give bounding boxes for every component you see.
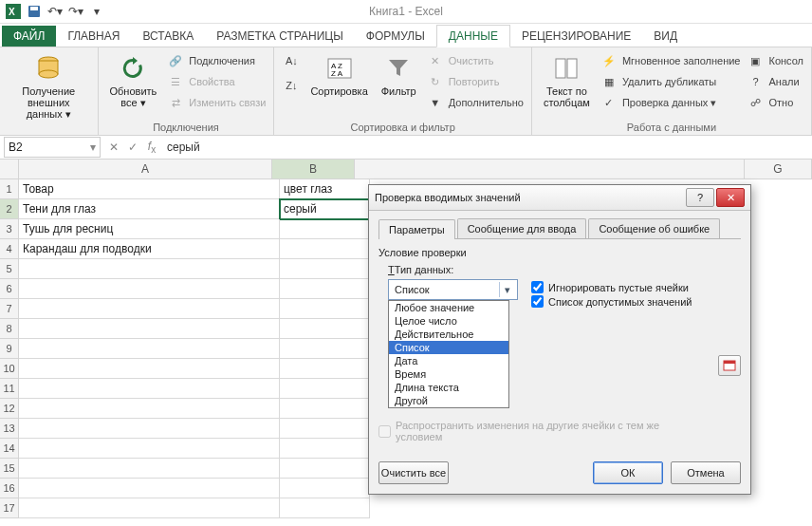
- cell[interactable]: [19, 498, 280, 518]
- cell[interactable]: [280, 219, 370, 239]
- save-icon[interactable]: [25, 2, 44, 21]
- column-header[interactable]: A: [19, 160, 272, 179]
- text-to-columns-button[interactable]: Текст по столбцам: [540, 51, 594, 110]
- cell[interactable]: [19, 319, 280, 339]
- cell[interactable]: [280, 498, 370, 518]
- advanced-filter-button[interactable]: ▼Дополнительно: [426, 93, 524, 112]
- row-header[interactable]: 1: [0, 179, 19, 199]
- cell[interactable]: [280, 279, 370, 299]
- row-header[interactable]: 12: [0, 399, 19, 419]
- sort-az-button[interactable]: A↓: [282, 51, 301, 70]
- cell[interactable]: Тени для глаз: [19, 199, 280, 219]
- filter-button[interactable]: Фильтр: [378, 51, 420, 99]
- sort-button[interactable]: A ZZ AСортировка: [306, 51, 371, 99]
- row-header[interactable]: 16: [0, 479, 19, 498]
- row-header[interactable]: 10: [0, 359, 19, 379]
- cell[interactable]: [19, 259, 280, 279]
- clear-all-button[interactable]: Очистить все: [378, 461, 449, 484]
- cell[interactable]: [19, 299, 280, 319]
- consolidate-button[interactable]: ▣Консол: [746, 51, 803, 70]
- dialog-tab-error-msg[interactable]: Сообщение об ошибке: [588, 218, 720, 238]
- cell[interactable]: [19, 399, 280, 419]
- select-all-corner[interactable]: [0, 160, 19, 179]
- relationships-button[interactable]: ☍Отно: [746, 93, 803, 112]
- cell-selected[interactable]: серый: [280, 199, 370, 219]
- cell[interactable]: [280, 479, 370, 498]
- dialog-tab-params[interactable]: Параметры: [378, 219, 455, 239]
- dialog-tab-input-msg[interactable]: Сообщение для ввода: [457, 218, 587, 238]
- cell[interactable]: [19, 379, 280, 399]
- cell[interactable]: [280, 299, 370, 319]
- chevron-down-icon[interactable]: ▾: [90, 141, 96, 154]
- cell[interactable]: [19, 479, 280, 498]
- list-item[interactable]: Время: [389, 367, 508, 381]
- cell[interactable]: Карандаш для подводки: [19, 239, 280, 259]
- ok-button[interactable]: ОК: [593, 461, 663, 484]
- row-header[interactable]: 9: [0, 339, 19, 359]
- row-header[interactable]: 3: [0, 219, 19, 239]
- cell[interactable]: Тушь для ресниц: [19, 219, 280, 239]
- list-item[interactable]: Целое число: [389, 314, 508, 328]
- column-header[interactable]: B: [272, 160, 355, 179]
- data-validation-button[interactable]: ✓Проверка данных ▾: [600, 93, 741, 112]
- column-header[interactable]: G: [745, 160, 812, 179]
- type-combo[interactable]: Список▾: [388, 279, 518, 300]
- tab-home[interactable]: ГЛАВНАЯ: [56, 26, 131, 47]
- cell[interactable]: [280, 339, 370, 359]
- tab-file[interactable]: ФАЙЛ: [2, 26, 56, 47]
- remove-duplicates-button[interactable]: ▦Удалить дубликаты: [600, 72, 741, 91]
- list-item[interactable]: Любое значение: [389, 301, 508, 314]
- tab-data[interactable]: ДАННЫЕ: [436, 25, 510, 47]
- cell[interactable]: [280, 459, 370, 479]
- row-header[interactable]: 11: [0, 379, 19, 399]
- cancel-button[interactable]: Отмена: [671, 461, 741, 484]
- tab-view[interactable]: ВИД: [642, 26, 689, 47]
- row-header[interactable]: 2: [0, 199, 19, 219]
- cell[interactable]: [19, 339, 280, 359]
- cell[interactable]: [280, 439, 370, 459]
- row-header[interactable]: 13: [0, 419, 19, 439]
- cell[interactable]: [280, 399, 370, 419]
- row-header[interactable]: 6: [0, 279, 19, 299]
- range-picker-button[interactable]: [718, 355, 741, 376]
- fx-icon[interactable]: fx: [142, 140, 161, 155]
- cell[interactable]: [280, 319, 370, 339]
- in-cell-dropdown-checkbox[interactable]: Список допустимых значений: [531, 295, 741, 308]
- type-listbox[interactable]: Любое значение Целое число Действительно…: [388, 300, 509, 408]
- cell[interactable]: [280, 379, 370, 399]
- redo-icon[interactable]: ↷▾: [66, 2, 85, 21]
- row-header[interactable]: 5: [0, 259, 19, 279]
- cell[interactable]: [280, 239, 370, 259]
- flash-fill-button[interactable]: ⚡Мгновенное заполнение: [600, 51, 741, 70]
- cell[interactable]: [280, 359, 370, 379]
- cell[interactable]: [19, 459, 280, 479]
- cell[interactable]: цвет глаз: [280, 179, 370, 199]
- list-item[interactable]: Действительное: [389, 328, 508, 341]
- undo-icon[interactable]: ↶▾: [46, 2, 65, 21]
- formula-input[interactable]: серый: [161, 141, 812, 154]
- tab-layout[interactable]: РАЗМЕТКА СТРАНИЦЫ: [205, 26, 355, 47]
- cell[interactable]: [19, 279, 280, 299]
- cell[interactable]: [280, 259, 370, 279]
- cell[interactable]: [19, 419, 280, 439]
- cell[interactable]: [280, 419, 370, 439]
- tab-formulas[interactable]: ФОРМУЛЫ: [355, 26, 436, 47]
- cell[interactable]: [19, 439, 280, 459]
- cell[interactable]: [19, 359, 280, 379]
- list-item[interactable]: Длина текста: [389, 381, 508, 394]
- refresh-all-button[interactable]: Обновить все ▾: [106, 51, 161, 110]
- row-header[interactable]: 15: [0, 459, 19, 479]
- qat-customize-icon[interactable]: ▾: [87, 2, 106, 21]
- row-header[interactable]: 17: [0, 498, 19, 518]
- sort-za-button[interactable]: Z↓: [282, 76, 301, 95]
- connections-button[interactable]: 🔗Подключения: [166, 51, 266, 70]
- cell[interactable]: Товар: [19, 179, 280, 199]
- whatif-button[interactable]: ?Анали: [746, 72, 803, 91]
- row-header[interactable]: 4: [0, 239, 19, 259]
- list-item-selected[interactable]: Список: [389, 341, 508, 354]
- row-header[interactable]: 14: [0, 439, 19, 459]
- tab-insert[interactable]: ВСТАВКА: [131, 26, 205, 47]
- list-item[interactable]: Дата: [389, 354, 508, 367]
- ignore-blank-checkbox[interactable]: Игнорировать пустые ячейки: [531, 281, 741, 293]
- row-header[interactable]: 8: [0, 319, 19, 339]
